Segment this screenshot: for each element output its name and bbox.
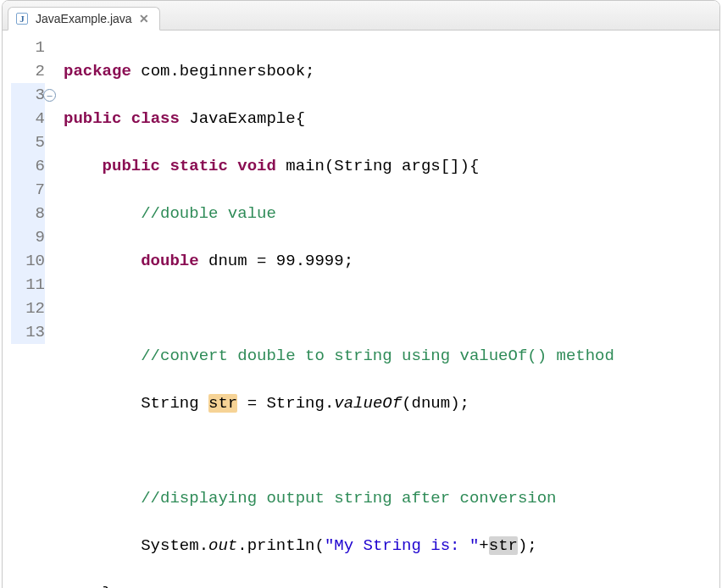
line-number: 3– <box>11 83 45 107</box>
editor-tab-label: JavaExample.java <box>36 12 132 25</box>
code-line <box>64 439 719 463</box>
line-number: 5 <box>11 130 45 154</box>
code-line <box>64 297 719 320</box>
code-line: String str = String.valueOf(dnum); <box>64 391 719 415</box>
highlight-reference: str <box>489 536 518 555</box>
code-area[interactable]: package com.beginnersbook; public class … <box>48 31 719 588</box>
line-number: 12 <box>11 297 45 320</box>
line-number: 6 <box>11 154 45 178</box>
code-line: //displaying output string after convers… <box>64 486 719 510</box>
editor-panel: J JavaExample.java ✕ 1 2 3– 4 5 6 7 8 9 … <box>2 0 720 588</box>
fold-toggle-icon[interactable]: – <box>43 89 56 102</box>
marker-bar <box>3 31 11 588</box>
line-number: 7 <box>11 178 45 202</box>
code-line: //double value <box>64 202 719 225</box>
line-number: 1 <box>11 36 45 59</box>
line-number: 9 <box>11 225 45 249</box>
line-number: 8 <box>11 202 45 225</box>
code-line: public class JavaExample{ <box>64 107 719 130</box>
editor-body[interactable]: 1 2 3– 4 5 6 7 8 9 10 11 12 13 package c… <box>3 31 719 588</box>
code-line: double dnum = 99.9999; <box>64 249 719 273</box>
highlight-declaration: str <box>208 394 237 413</box>
code-line: public static void main(String args[]){ <box>64 154 719 178</box>
code-line: } <box>64 581 719 588</box>
code-line: package com.beginnersbook; <box>64 59 719 83</box>
close-icon[interactable]: ✕ <box>139 12 149 25</box>
editor-tabbar: J JavaExample.java ✕ <box>3 1 719 31</box>
line-number: 13 <box>11 320 45 344</box>
code-line: //convert double to string using valueOf… <box>64 344 719 368</box>
java-file-icon: J <box>15 12 29 25</box>
line-number: 10 <box>11 249 45 273</box>
line-number: 2 <box>11 59 45 83</box>
line-number: 11 <box>11 273 45 297</box>
svg-text:J: J <box>19 14 25 24</box>
line-number-gutter: 1 2 3– 4 5 6 7 8 9 10 11 12 13 <box>11 31 48 588</box>
editor-tab-javaexample[interactable]: J JavaExample.java ✕ <box>8 7 160 31</box>
code-line: System.out.println("My String is: "+str)… <box>64 534 719 557</box>
line-number: 4 <box>11 107 45 130</box>
